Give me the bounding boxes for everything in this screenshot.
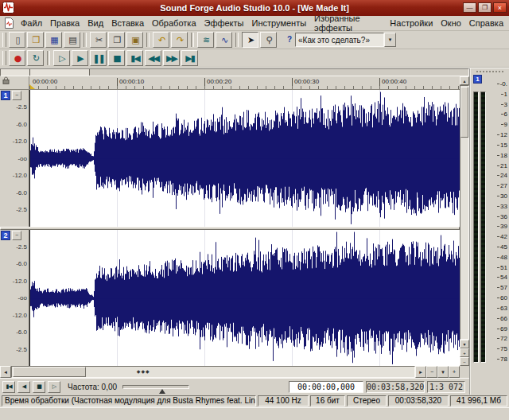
cut-icon[interactable]: ✂ bbox=[90, 32, 107, 48]
save-file-icon[interactable]: ▦ bbox=[45, 32, 62, 48]
zoom-out-button[interactable]: − bbox=[426, 366, 437, 378]
scroll-down-button[interactable]: ▾ bbox=[460, 340, 469, 348]
menu-item[interactable]: Правка bbox=[46, 17, 84, 29]
forward-button[interactable]: ▶▶ bbox=[163, 50, 180, 66]
db-scale-label: -2.5 bbox=[16, 243, 27, 250]
channel-2-badge[interactable]: 2 bbox=[1, 231, 10, 240]
channel-1-badge[interactable]: 1 bbox=[1, 91, 10, 100]
redo-icon[interactable]: ↷ bbox=[171, 32, 188, 48]
panel-grip[interactable] bbox=[476, 71, 503, 72]
separator[interactable] bbox=[146, 33, 150, 47]
scroll-left-button[interactable]: ◂ bbox=[0, 366, 11, 378]
overview-view-region[interactable] bbox=[1, 69, 90, 76]
menu-item[interactable]: Файл bbox=[17, 17, 46, 29]
bottom-controls: ▮◀ ◀ ■ ▷ Частота: 0,00 00:00:00,000 00:0… bbox=[0, 378, 469, 395]
db-scale-label: -6.0 bbox=[16, 189, 27, 196]
main-toolbar: ▯ ❒ ▦ ▤ ✂ ❐ ▣ ↶ ↷ ≋ ∿ ➤ bbox=[0, 31, 509, 49]
zoom-in-button[interactable]: + bbox=[449, 366, 460, 378]
menu-item[interactable]: Вид bbox=[84, 17, 107, 29]
menu-item[interactable]: Справка bbox=[465, 17, 507, 29]
menu-item[interactable]: Инструменты bbox=[248, 17, 311, 29]
toolbar-grip[interactable] bbox=[2, 33, 6, 47]
waveform-channel-2[interactable] bbox=[29, 230, 460, 367]
process-wave-icon[interactable]: ≋ bbox=[197, 32, 214, 48]
playback-cursor[interactable] bbox=[29, 230, 30, 367]
channel-2-minimize-button[interactable]: − bbox=[12, 231, 21, 240]
toolbar-grip[interactable] bbox=[2, 51, 6, 65]
maximize-button[interactable]: ❐ bbox=[478, 2, 492, 13]
go-to-start-button[interactable]: ▮◀ bbox=[126, 50, 143, 66]
pause-button[interactable]: ❚❚ bbox=[90, 50, 107, 66]
channel-1-gutter: 1 − -2.5 -6.0 -12.0 -оо -12.0 -6.0 bbox=[0, 90, 29, 227]
meter-scale-label: 18 bbox=[497, 153, 507, 159]
zoom-ratio-display: 1:3 072 bbox=[427, 381, 465, 393]
loop-playback-button[interactable]: ↻ bbox=[27, 50, 44, 66]
time-ruler[interactable]: 00:00:00 00:00:10 00:00:20 00:00:30 00:0… bbox=[29, 76, 460, 90]
meter-scale-label: 12 bbox=[497, 132, 507, 138]
close-button[interactable]: × bbox=[493, 2, 507, 13]
scrollbar-corner bbox=[460, 366, 469, 378]
draw-wave-icon[interactable]: ∿ bbox=[216, 32, 232, 48]
help-search-combo[interactable]: ? «Как это сделать?» ▾ bbox=[284, 33, 396, 48]
length-display: 00:03:58,320 bbox=[366, 381, 425, 393]
separator[interactable] bbox=[235, 33, 239, 47]
titlebar: Sound Forge Audio Studio 10.0 - [We Made… bbox=[0, 0, 509, 16]
zoom-resolution-button[interactable]: ▾ bbox=[437, 366, 449, 378]
db-scale-label: -6.0 bbox=[16, 120, 27, 127]
minimize-button[interactable]: — bbox=[463, 2, 476, 13]
separator[interactable] bbox=[84, 33, 87, 47]
statusbar: Время обработки (Частотная модуляция для… bbox=[0, 395, 509, 407]
separator[interactable] bbox=[47, 51, 50, 65]
open-file-icon[interactable]: ❒ bbox=[27, 32, 44, 48]
rewind-button[interactable]: ◀◀ bbox=[145, 50, 161, 66]
mini-go-to-start-button[interactable]: ▮◀ bbox=[2, 381, 15, 393]
vertical-scrollbar-track[interactable] bbox=[460, 85, 469, 340]
play-all-button[interactable]: ▷ bbox=[53, 50, 70, 66]
playhead-marker[interactable] bbox=[29, 84, 35, 89]
document-icon[interactable] bbox=[4, 18, 14, 29]
paste-icon[interactable]: ▣ bbox=[126, 32, 143, 48]
meter-scale-label: 33 bbox=[497, 204, 507, 210]
scrollbar-thumb[interactable] bbox=[13, 367, 86, 377]
record-button[interactable]: ● bbox=[9, 50, 25, 66]
scrollbar-track[interactable]: ◆◆◆ bbox=[11, 366, 415, 378]
go-to-end-button[interactable]: ▶▮ bbox=[181, 50, 198, 66]
playback-cursor[interactable] bbox=[29, 90, 30, 227]
file-properties-icon[interactable]: ▤ bbox=[64, 32, 80, 48]
slider-thumb[interactable] bbox=[159, 389, 165, 394]
overview-bar[interactable] bbox=[0, 68, 469, 76]
window-controls: — ❐ × bbox=[461, 2, 507, 13]
vertical-scrollbar-thumb[interactable] bbox=[460, 87, 468, 138]
help-combo-label[interactable]: «Как это сделать?» bbox=[295, 33, 384, 47]
ruler-label: 00:00:40 bbox=[379, 78, 406, 89]
meter-scale-label: 36 bbox=[497, 214, 507, 220]
copy-icon[interactable]: ❐ bbox=[108, 32, 125, 48]
transport-toolbar: ● ↻ ▷ ▶ ❚❚ ■ ▮◀ ◀◀ ▶▶ ▶▮ bbox=[0, 49, 509, 68]
meter-scale-label: 72 bbox=[497, 336, 507, 342]
frequency-slider[interactable] bbox=[122, 385, 189, 389]
scroll-right-button[interactable]: ▸ bbox=[415, 366, 426, 378]
channel-1-minimize-button[interactable]: − bbox=[12, 91, 21, 100]
meter-scale-label: 21 bbox=[497, 163, 507, 169]
separator[interactable] bbox=[191, 33, 194, 47]
new-file-icon[interactable]: ▯ bbox=[9, 32, 25, 48]
stop-button[interactable]: ■ bbox=[108, 50, 125, 66]
mini-play-button[interactable]: ▷ bbox=[48, 381, 60, 393]
waveform-channel-1[interactable] bbox=[29, 90, 460, 227]
scroll-up-button[interactable]: ▴ bbox=[460, 76, 469, 85]
menu-item[interactable]: Окно bbox=[437, 17, 465, 29]
menu-item[interactable]: Настройки bbox=[386, 17, 437, 29]
mini-rewind-button[interactable]: ◀ bbox=[17, 381, 30, 393]
vertical-zoom-in-button[interactable]: + bbox=[460, 348, 469, 357]
menu-item[interactable]: Вставка bbox=[107, 17, 148, 29]
position-display[interactable]: 00:00:00,000 bbox=[289, 381, 363, 393]
play-button[interactable]: ▶ bbox=[72, 50, 88, 66]
magnify-tool-icon[interactable]: ⚲ bbox=[260, 32, 277, 48]
dropdown-arrow-icon[interactable]: ▾ bbox=[384, 33, 396, 47]
edit-tool-icon[interactable]: ➤ bbox=[242, 32, 258, 48]
menu-item[interactable]: Эффекты bbox=[200, 17, 248, 29]
menu-item[interactable]: Обработка bbox=[148, 17, 200, 29]
undo-icon[interactable]: ↶ bbox=[153, 32, 169, 48]
mini-stop-button[interactable]: ■ bbox=[33, 381, 45, 393]
vertical-zoom-out-button[interactable]: − bbox=[460, 357, 469, 366]
